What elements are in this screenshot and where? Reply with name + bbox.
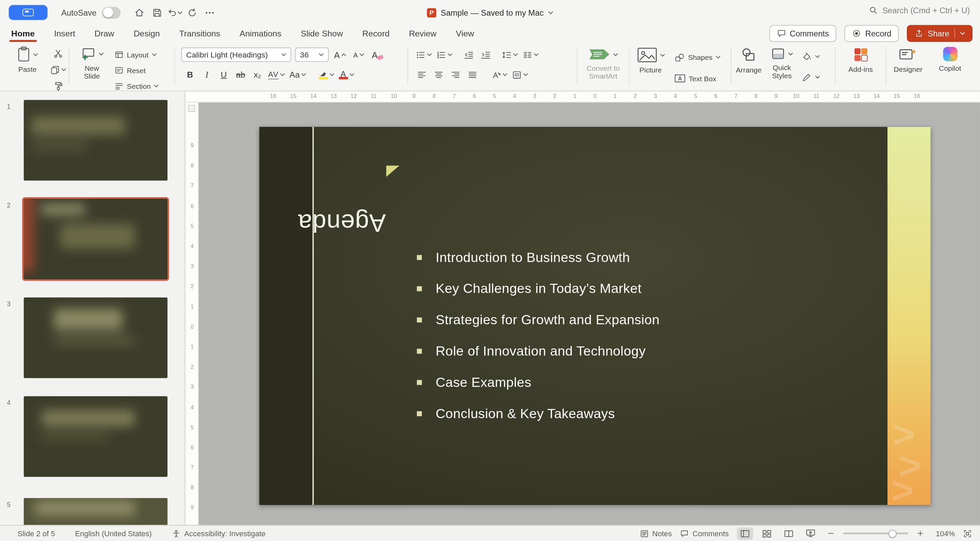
tab-transitions[interactable]: Transitions — [179, 29, 220, 38]
designer-button[interactable]: Designer — [889, 47, 928, 74]
arrange-button[interactable]: Arrange — [733, 47, 765, 75]
normal-view-button[interactable] — [737, 527, 753, 539]
slide-thumbnail-5[interactable] — [24, 498, 167, 525]
tab-design[interactable]: Design — [134, 29, 160, 38]
underline-glyph: U — [221, 70, 227, 80]
slide-thumbnail-4[interactable] — [24, 396, 167, 477]
columns-button[interactable] — [521, 48, 540, 62]
bullets-button[interactable] — [414, 48, 433, 62]
accessibility-status[interactable]: Accessibility: Investigate — [172, 529, 266, 538]
slide-thumbnail-1[interactable] — [24, 100, 167, 181]
shrink-font-button[interactable]: A — [351, 48, 366, 62]
tab-animations[interactable]: Animations — [240, 29, 282, 38]
tab-record[interactable]: Record — [363, 29, 390, 38]
bullet-item[interactable]: Case Examples — [259, 367, 931, 398]
agenda-bullet-list[interactable]: Introduction to Business Growth Key Chal… — [259, 242, 931, 430]
zoom-slider[interactable] — [843, 532, 908, 534]
copilot-button[interactable]: Copilot — [932, 47, 967, 72]
reading-view-button[interactable] — [781, 527, 797, 539]
slide-thumbnail-2[interactable] — [24, 199, 167, 279]
text-direction-button[interactable] — [490, 67, 509, 82]
slide-sorter-view-button[interactable] — [759, 527, 775, 539]
zoom-slider-knob[interactable] — [888, 530, 897, 538]
screen-share-pill[interactable] — [9, 5, 48, 20]
comments-toggle[interactable]: Comments — [680, 529, 729, 538]
powerpoint-window: AutoSave P Sample — Saved to my Mac — [0, 0, 980, 541]
share-button[interactable]: Share — [907, 25, 972, 42]
underline-button[interactable]: U — [216, 67, 231, 82]
tab-insert[interactable]: Insert — [54, 29, 75, 38]
shapes-button[interactable]: Shapes — [675, 50, 721, 64]
text-box-button[interactable]: Text Box — [675, 71, 721, 85]
zoom-level[interactable]: 104% — [932, 529, 955, 538]
clear-formatting-button[interactable]: A — [370, 48, 385, 62]
slide-thumbnail-3[interactable] — [24, 298, 167, 378]
copy-button[interactable] — [49, 63, 67, 77]
justify-button[interactable] — [465, 67, 480, 82]
grow-font-button[interactable]: A — [332, 48, 347, 62]
notes-toggle[interactable]: Notes — [640, 529, 672, 538]
slide-title[interactable]: Agenda — [296, 207, 388, 240]
bold-button[interactable]: B — [182, 67, 197, 82]
tab-slide-show[interactable]: Slide Show — [301, 29, 343, 38]
font-size-combo[interactable]: 36 — [295, 48, 329, 62]
line-spacing-button[interactable] — [501, 48, 519, 62]
numbering-button[interactable] — [435, 48, 453, 62]
picture-button[interactable]: Picture — [633, 47, 668, 75]
autosave-toggle[interactable] — [102, 6, 121, 18]
align-center-button[interactable] — [431, 67, 446, 82]
tab-draw[interactable]: Draw — [95, 29, 115, 38]
font-name-combo[interactable]: Calibri Light (Headings) — [181, 48, 291, 62]
tab-home[interactable]: Home — [11, 29, 35, 38]
align-text-icon — [512, 70, 522, 80]
new-slide-button[interactable]: NewSlide — [76, 46, 108, 81]
shape-outline-button[interactable] — [801, 70, 820, 84]
align-text-button[interactable] — [511, 67, 530, 82]
font-color-button[interactable]: A — [337, 67, 355, 82]
align-left-button[interactable] — [414, 67, 430, 82]
language-indicator[interactable]: English (United States) — [75, 529, 151, 538]
redo-icon[interactable] — [183, 5, 201, 21]
quick-styles-button[interactable]: QuickStyles — [766, 47, 798, 80]
change-case-button[interactable]: Aa — [288, 67, 307, 82]
search-box[interactable]: Search (Cmd + Ctrl + U) — [869, 6, 970, 15]
bullet-item[interactable]: Conclusion & Key Takeaways — [259, 398, 931, 430]
fit-to-window-button[interactable] — [963, 529, 972, 538]
italic-button[interactable]: I — [199, 67, 215, 82]
align-right-button[interactable] — [448, 67, 463, 82]
tab-view[interactable]: View — [456, 29, 474, 38]
home-icon[interactable] — [131, 5, 148, 21]
paste-button[interactable]: Paste — [13, 46, 43, 74]
tab-review[interactable]: Review — [409, 29, 437, 38]
strikethrough-button[interactable]: ab — [233, 67, 248, 82]
save-icon[interactable] — [148, 5, 166, 21]
decrease-indent-button[interactable] — [461, 48, 476, 62]
bullet-item[interactable]: Strategies for Growth and Expansion — [259, 304, 931, 336]
zoom-out-button[interactable] — [827, 530, 835, 538]
slideshow-view-button[interactable] — [802, 527, 819, 539]
bullet-item[interactable]: Role of Innovation and Technology — [259, 336, 931, 367]
text-box-label: Text Box — [689, 75, 716, 82]
subscript-button[interactable]: x₂ — [250, 67, 265, 82]
convert-to-smartart-button[interactable]: Convert toSmartArt — [582, 48, 624, 81]
increase-indent-button[interactable] — [478, 48, 493, 62]
bullet-item[interactable]: Key Challenges in Today’s Market — [259, 273, 931, 304]
highlight-color-button[interactable] — [317, 67, 335, 82]
undo-icon[interactable] — [166, 5, 183, 21]
cut-button[interactable] — [49, 46, 67, 60]
comments-label: Comments — [692, 529, 729, 538]
zoom-in-button[interactable] — [916, 530, 924, 538]
add-ins-button[interactable]: Add-ins — [844, 47, 877, 74]
record-button[interactable]: Record — [845, 25, 899, 42]
reset-button[interactable]: Reset — [115, 63, 159, 78]
slide-editor[interactable]: Agenda Introduction to Business Growth K… — [259, 127, 931, 505]
shape-fill-button[interactable] — [801, 49, 820, 64]
document-title-menu[interactable]: P Sample — Saved to my Mac — [427, 0, 553, 25]
character-spacing-button[interactable]: AV — [267, 67, 286, 82]
more-actions-icon[interactable] — [201, 5, 218, 21]
layout-button[interactable]: Layout — [115, 48, 159, 62]
comments-button[interactable]: Comments — [769, 25, 837, 42]
font-size-value: 36 — [300, 50, 309, 59]
bullet-item[interactable]: Introduction to Business Growth — [259, 242, 931, 273]
copilot-label: Copilot — [939, 64, 961, 72]
